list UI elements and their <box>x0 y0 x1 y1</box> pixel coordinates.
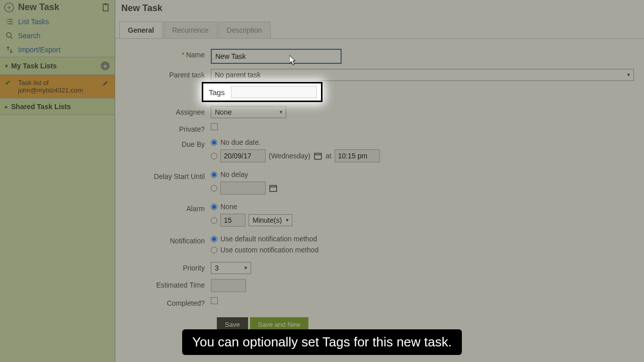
label-completed: Completed? <box>125 297 211 307</box>
chevron-down-icon: ▾ <box>5 63 8 69</box>
tags-row-highlight: Tags <box>202 82 323 102</box>
label-estimated: Estimated Time <box>125 279 211 289</box>
nav-import-export[interactable]: Import/Export <box>0 43 115 57</box>
svg-rect-1 <box>105 3 107 5</box>
dueby-date-input[interactable] <box>220 149 266 162</box>
svg-rect-4 <box>314 153 321 159</box>
calendar-icon[interactable] <box>269 184 278 193</box>
label-alarm: Alarm <box>125 203 211 213</box>
tab-recurrence[interactable]: Recurrence <box>164 22 217 38</box>
parent-select[interactable]: No parent task <box>211 69 634 81</box>
dueby-at: at <box>326 152 332 160</box>
section-label: Shared Task Lists <box>11 103 71 111</box>
dueby-radio-date[interactable] <box>211 153 217 159</box>
svg-rect-6 <box>270 186 277 192</box>
tasklist-label: Task list of john@mybiz4321.com <box>18 79 83 94</box>
plus-circle-icon: + <box>4 3 14 13</box>
delay-radio-none[interactable] <box>211 171 217 178</box>
tasklist-item[interactable]: ✔ Task list of john@mybiz4321.com <box>0 75 115 98</box>
main: New Task General Recurrence Description … <box>115 0 644 362</box>
notif-radio-custom[interactable] <box>211 247 217 253</box>
tab-description[interactable]: Description <box>218 22 271 38</box>
delay-none-text: No delay <box>220 170 248 178</box>
label-notification: Notification <box>125 235 211 245</box>
section-label: My Task Lists <box>11 62 57 70</box>
search-icon <box>5 31 14 40</box>
alarm-none-text: None <box>220 203 237 211</box>
nav-label: List Tasks <box>18 18 49 26</box>
page-title: New Task <box>115 0 644 17</box>
delay-radio-date[interactable] <box>211 185 217 192</box>
nav-list-tasks[interactable]: List Tasks <box>0 15 115 29</box>
nav-label: Import/Export <box>18 46 60 54</box>
tags-input[interactable] <box>231 86 317 98</box>
assignee-select[interactable]: None <box>211 106 286 118</box>
notif-custom-text: Use custom notification method <box>220 246 318 254</box>
dueby-dayname: (Wednesday) <box>269 152 310 160</box>
nav-label: Search <box>18 32 40 40</box>
alarm-unit-select[interactable]: Minute(s) <box>249 214 292 226</box>
label-priority: Priority <box>125 262 211 272</box>
import-export-icon <box>5 45 14 54</box>
section-shared-task-lists[interactable]: ▸ Shared Task Lists <box>0 98 115 115</box>
tutorial-caption: You can optionally set Tags for this new… <box>182 329 462 355</box>
sidebar-new-task[interactable]: + New Task <box>0 0 115 15</box>
list-icon <box>5 17 14 26</box>
label-assignee: Assignee <box>125 106 211 116</box>
svg-line-3 <box>11 37 13 39</box>
completed-checkbox[interactable] <box>211 297 218 304</box>
dueby-nodue-text: No due date. <box>220 138 261 146</box>
label-parent: Parent task <box>125 69 211 79</box>
notif-default-text: Use default notification method <box>220 235 317 243</box>
tab-general[interactable]: General <box>119 22 163 38</box>
pencil-icon[interactable] <box>102 79 110 87</box>
priority-select[interactable]: 3 <box>211 262 251 274</box>
calendar-icon[interactable] <box>313 151 323 160</box>
sidebar: + New Task List Tasks Search Import/Expo… <box>0 0 115 362</box>
svg-point-2 <box>7 33 11 37</box>
tabs: General Recurrence Description <box>115 22 644 39</box>
svg-rect-0 <box>103 4 108 11</box>
label-dueby: Due By <box>125 138 211 148</box>
notif-radio-default[interactable] <box>211 236 217 242</box>
add-list-icon[interactable]: + <box>101 61 110 70</box>
dueby-radio-none[interactable] <box>211 139 217 146</box>
name-input[interactable] <box>211 49 342 64</box>
label-name: *Name <box>125 49 211 59</box>
sidebar-header-label: New Task <box>18 2 59 13</box>
nav-search[interactable]: Search <box>0 29 115 43</box>
label-delay: Delay Start Until <box>125 170 211 180</box>
label-tags: Tags <box>209 88 225 97</box>
nav-list: List Tasks Search Import/Export <box>0 15 115 57</box>
clipboard-icon <box>101 3 111 13</box>
label-private: Private? <box>125 123 211 133</box>
delay-date-input[interactable] <box>220 182 266 195</box>
alarm-radio-none[interactable] <box>211 204 217 210</box>
estimated-input[interactable] <box>211 279 246 292</box>
chevron-right-icon: ▸ <box>5 104 8 110</box>
check-icon: ✔ <box>5 79 14 88</box>
private-checkbox[interactable] <box>211 123 218 130</box>
alarm-radio-val[interactable] <box>211 217 217 224</box>
section-my-task-lists[interactable]: ▾ My Task Lists + <box>0 57 115 75</box>
dueby-time-input[interactable] <box>335 149 380 162</box>
form: *Name Parent task No parent task Tags Ta… <box>115 39 644 342</box>
alarm-value-input[interactable] <box>220 214 246 227</box>
